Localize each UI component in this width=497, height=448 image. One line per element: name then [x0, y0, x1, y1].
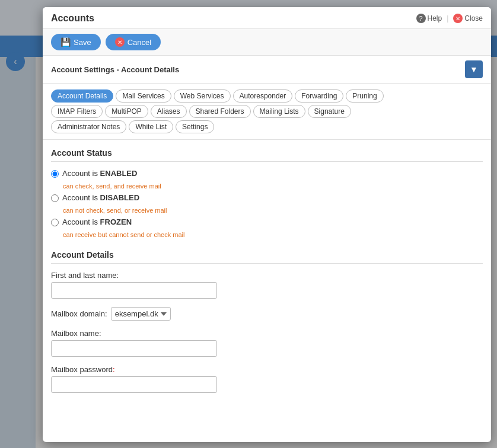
radio-option-enabled: Account is ENABLED: [51, 169, 483, 178]
mailbox-password-group: Mailbox password:: [51, 365, 483, 393]
first-last-name-input[interactable]: [51, 282, 217, 299]
content-inner: Account Status Account is ENABLED can ch…: [43, 140, 491, 413]
save-label: Save: [74, 38, 91, 47]
radio-frozen[interactable]: [51, 219, 59, 226]
tab-mailing-lists[interactable]: Mailing Lists: [253, 105, 305, 118]
save-disk-icon: 💾: [60, 37, 71, 47]
modal-title: Accounts: [51, 13, 94, 24]
radio-enabled[interactable]: [51, 170, 59, 178]
help-link[interactable]: Help: [416, 14, 442, 23]
account-details-title: Account Details: [51, 250, 483, 264]
tab-white-list[interactable]: White List: [129, 120, 173, 133]
enabled-hint: can check, send, and receive mail: [63, 183, 483, 190]
mailbox-name-label: Mailbox name:: [51, 329, 483, 338]
mailbox-name-group: Mailbox name:: [51, 329, 483, 357]
account-status-title: Account Status: [51, 148, 483, 162]
tab-mail-services[interactable]: Mail Services: [116, 89, 171, 103]
tab-shared-folders[interactable]: Shared Folders: [189, 105, 251, 118]
tab-autoresponder[interactable]: Autoresponder: [233, 89, 293, 103]
tab-aliases[interactable]: Aliases: [151, 105, 187, 118]
modal-header: Accounts Help | ✕ Close: [43, 7, 491, 29]
tab-forwarding[interactable]: Forwarding: [295, 89, 343, 103]
radio-disabled-label[interactable]: Account is DISABLED: [62, 193, 139, 202]
cancel-label: Cancel: [128, 38, 151, 47]
tab-administrator-notes[interactable]: Administrator Notes: [51, 120, 126, 133]
frozen-hint: can receive but cannot send or check mai…: [63, 231, 483, 238]
close-label: Close: [464, 14, 483, 23]
first-last-name-label: First and last name:: [51, 271, 483, 280]
mailbox-password-label: Mailbox password:: [51, 365, 483, 374]
section-header-title: Account Settings - Account Details: [51, 65, 179, 74]
close-link[interactable]: ✕ Close: [453, 14, 483, 23]
modal-toolbar: 💾 Save ✕ Cancel: [43, 29, 491, 56]
mailbox-domain-group: Mailbox domain: eksempel.dk: [51, 307, 483, 321]
disabled-hint: can not check, send, or receive mail: [63, 207, 483, 214]
mailbox-password-input[interactable]: [51, 376, 217, 393]
tab-signature[interactable]: Signature: [308, 105, 351, 118]
radio-frozen-label[interactable]: Account is FROZEN: [62, 217, 132, 226]
mailbox-domain-select[interactable]: eksempel.dk: [111, 307, 171, 321]
radio-option-frozen: Account is FROZEN: [51, 217, 483, 226]
close-x-icon: ✕: [453, 14, 463, 23]
tab-imap-filters[interactable]: IMAP Filters: [51, 105, 103, 118]
cancel-button[interactable]: ✕ Cancel: [106, 34, 161, 50]
tab-multipop[interactable]: MultiPOP: [105, 105, 148, 118]
separator: |: [447, 14, 448, 23]
tab-settings[interactable]: Settings: [176, 120, 214, 133]
accounts-modal: Accounts Help | ✕ Close 💾 Save ✕ Cancel …: [43, 7, 491, 442]
account-details-section: Account Details First and last name: Mai…: [51, 250, 483, 393]
required-indicator: :: [113, 365, 115, 374]
mailbox-name-input[interactable]: [51, 340, 217, 357]
radio-disabled[interactable]: [51, 194, 59, 202]
save-button[interactable]: 💾 Save: [51, 34, 101, 50]
mailbox-domain-label: Mailbox domain:: [51, 309, 107, 318]
cancel-x-icon: ✕: [115, 37, 125, 47]
tab-pruning[interactable]: Pruning: [346, 89, 383, 103]
header-actions: Help | ✕ Close: [416, 14, 483, 23]
section-header-bar: Account Settings - Account Details ▼: [43, 56, 491, 84]
tabs-row-3: Administrator Notes White List Settings: [51, 120, 483, 133]
tab-web-services[interactable]: Web Services: [174, 89, 231, 103]
tabs-container: Account Details Mail Services Web Servic…: [43, 84, 491, 140]
tabs-row-2: IMAP Filters MultiPOP Aliases Shared Fol…: [51, 105, 483, 118]
radio-enabled-label[interactable]: Account is ENABLED: [62, 169, 137, 178]
modal-content: Account Status Account is ENABLED can ch…: [43, 140, 491, 442]
account-status-section: Account Status Account is ENABLED can ch…: [51, 148, 483, 238]
radio-option-disabled: Account is DISABLED: [51, 193, 483, 202]
section-dropdown-button[interactable]: ▼: [465, 60, 483, 78]
mailbox-domain-row: Mailbox domain: eksempel.dk: [51, 307, 483, 321]
tabs-row-1: Account Details Mail Services Web Servic…: [51, 89, 483, 103]
tab-account-details[interactable]: Account Details: [51, 89, 113, 103]
first-last-name-group: First and last name:: [51, 271, 483, 299]
